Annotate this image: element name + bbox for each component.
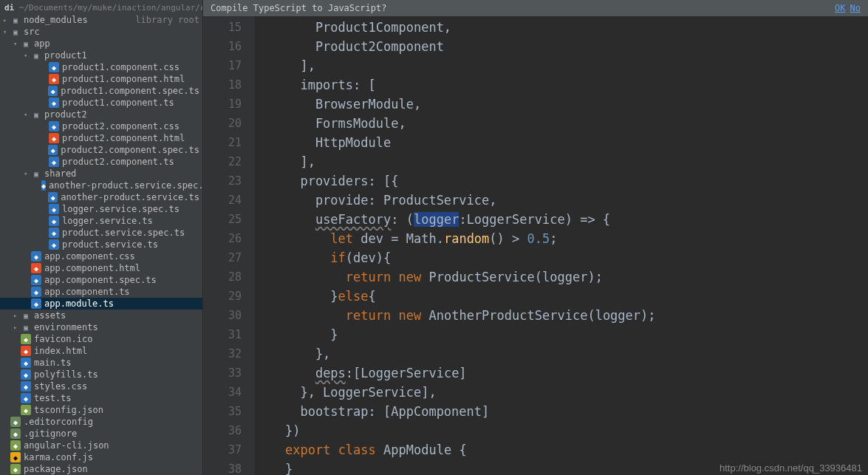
file-product1.component.ts[interactable]: ◆product1.component.ts bbox=[0, 97, 202, 109]
folder-product2[interactable]: ▾ ▣ product2 bbox=[0, 109, 202, 120]
code-line[interactable]: }) bbox=[255, 421, 868, 440]
folder-label: product2 bbox=[44, 109, 199, 120]
file-product1.component.css[interactable]: ◆product1.component.css bbox=[0, 61, 202, 73]
file-icon: ◆ bbox=[49, 133, 59, 143]
chevron-down-icon: ▾ bbox=[24, 111, 31, 118]
file-test.ts[interactable]: ◆test.ts bbox=[0, 392, 202, 404]
file-app.component.css[interactable]: ◆app.component.css bbox=[0, 250, 202, 262]
file-product1.component.spec.ts[interactable]: ◆product1.component.spec.ts bbox=[0, 85, 202, 97]
code-line[interactable]: Product1Component, bbox=[255, 18, 868, 37]
file-karma.conf.js[interactable]: ◆karma.conf.js bbox=[0, 451, 202, 463]
line-number: 19 bbox=[203, 95, 242, 114]
file-another-product.service.spec.ts[interactable]: ◆another-product.service.spec.ts bbox=[0, 180, 202, 191]
code-line[interactable]: BrowserModule, bbox=[255, 95, 868, 114]
code-line[interactable]: deps:[LoggerService] bbox=[255, 363, 868, 383]
file-angular-cli.json[interactable]: ◆angular-cli.json bbox=[0, 440, 202, 451]
folder-shared[interactable]: ▾ ▣ shared bbox=[0, 168, 202, 180]
code-line[interactable]: useFactory: (logger:LoggerService) => { bbox=[255, 210, 868, 229]
file-label: another-product.service.spec.ts bbox=[49, 180, 203, 191]
folder-icon: ▣ bbox=[10, 15, 21, 25]
file-label: product2.component.spec.ts bbox=[61, 145, 199, 155]
file-label: angular-cli.json bbox=[24, 440, 199, 451]
file-app.module.ts[interactable]: ◆app.module.ts bbox=[0, 298, 202, 310]
file-icon: ◆ bbox=[49, 98, 59, 108]
file-index.html[interactable]: ◆index.html bbox=[0, 345, 202, 357]
line-number: 35 bbox=[203, 402, 242, 421]
folder-product1[interactable]: ▾ ▣ product1 bbox=[0, 49, 202, 61]
file-main.ts[interactable]: ◆main.ts bbox=[0, 357, 202, 369]
file-polyfills.ts[interactable]: ◆polyfills.ts bbox=[0, 369, 202, 380]
code-line[interactable]: let dev = Math.random() > 0.5; bbox=[255, 229, 868, 248]
chevron-right-icon: ▸ bbox=[13, 312, 21, 319]
watermark: http://blog.csdn.net/qq_33936481 bbox=[720, 462, 862, 474]
notice-ok-link[interactable]: OK bbox=[835, 3, 845, 13]
code-line[interactable]: FormsModule, bbox=[255, 114, 868, 133]
line-number: 28 bbox=[203, 267, 242, 287]
notice-bar: Compile TypeScript to JavaScript? OK No bbox=[203, 0, 868, 16]
file-app.component.ts[interactable]: ◆app.component.ts bbox=[0, 286, 202, 298]
code-line[interactable]: provide: ProductService, bbox=[255, 191, 868, 210]
folder-icon: ▣ bbox=[31, 109, 41, 120]
code-line[interactable]: return new ProductService(logger); bbox=[255, 267, 868, 287]
folder-icon: ▣ bbox=[21, 310, 31, 321]
code-line[interactable]: providers: [{ bbox=[255, 171, 868, 191]
code-line[interactable]: }, LoggerService], bbox=[255, 383, 868, 402]
file-tsconfig.json[interactable]: ◆tsconfig.json bbox=[0, 404, 202, 416]
file-.editorconfig[interactable]: ◆.editorconfig bbox=[0, 416, 202, 428]
line-number: 20 bbox=[203, 114, 242, 133]
line-number: 37 bbox=[203, 440, 242, 459]
code-line[interactable]: }, bbox=[255, 344, 868, 363]
code-line[interactable]: Product2Component bbox=[255, 37, 868, 56]
file-label: polyfills.ts bbox=[34, 369, 199, 380]
line-number: 26 bbox=[203, 229, 242, 248]
folder-app[interactable]: ▾ ▣ app bbox=[0, 38, 202, 49]
file-package.json[interactable]: ◆package.json bbox=[0, 463, 202, 475]
file-app.component.spec.ts[interactable]: ◆app.component.spec.ts bbox=[0, 274, 202, 286]
file-icon: ◆ bbox=[10, 417, 21, 427]
code-editor[interactable]: Product1Component, Product2Component ], … bbox=[255, 16, 868, 475]
file-product1.component.html[interactable]: ◆product1.component.html bbox=[0, 73, 202, 85]
file-product2.component.ts[interactable]: ◆product2.component.ts bbox=[0, 156, 202, 168]
chevron-down-icon: ▾ bbox=[3, 28, 10, 35]
file-app.component.html[interactable]: ◆app.component.html bbox=[0, 262, 202, 274]
folder-environments[interactable]: ▸ ▣ environments bbox=[0, 321, 202, 333]
code-line[interactable]: return new AnotherProductService(logger)… bbox=[255, 306, 868, 325]
code-line[interactable]: ], bbox=[255, 56, 868, 75]
file-icon: ◆ bbox=[31, 251, 41, 262]
code-line[interactable]: bootstrap: [AppComponent] bbox=[255, 402, 868, 421]
file-icon: ◆ bbox=[49, 228, 59, 238]
folder-label: environments bbox=[34, 322, 199, 332]
code-line[interactable]: imports: [ bbox=[255, 75, 868, 95]
folder-label: product1 bbox=[44, 50, 199, 61]
file-product2.component.css[interactable]: ◆product2.component.css bbox=[0, 120, 202, 132]
folder-assets[interactable]: ▸ ▣ assets bbox=[0, 310, 202, 321]
code-line[interactable]: export class AppModule { bbox=[255, 440, 868, 459]
code-line[interactable]: }else{ bbox=[255, 287, 868, 306]
file-favicon.ico[interactable]: ◆favicon.ico bbox=[0, 333, 202, 345]
file-product2.component.html[interactable]: ◆product2.component.html bbox=[0, 132, 202, 144]
line-number: 33 bbox=[203, 363, 242, 383]
file-another-product.service.ts[interactable]: ◆another-product.service.ts bbox=[0, 191, 202, 203]
file-product2.component.spec.ts[interactable]: ◆product2.component.spec.ts bbox=[0, 144, 202, 156]
line-number: 27 bbox=[203, 248, 242, 267]
code-line[interactable]: ], bbox=[255, 152, 868, 171]
file-styles.css[interactable]: ◆styles.css bbox=[0, 380, 202, 392]
file-label: app.component.spec.ts bbox=[44, 275, 199, 285]
file-icon: ◆ bbox=[10, 452, 21, 462]
folder-node-modules[interactable]: ▸ ▣ node_modules library root bbox=[0, 14, 202, 26]
folder-label: assets bbox=[34, 310, 199, 321]
file-product.service.ts[interactable]: ◆product.service.ts bbox=[0, 239, 202, 250]
notice-no-link[interactable]: No bbox=[850, 3, 861, 13]
folder-src[interactable]: ▾ ▣ src bbox=[0, 26, 202, 38]
project-sidebar[interactable]: di ~/Documents/my/muke/inaction/angular/… bbox=[0, 0, 203, 475]
file-logger.service.spec.ts[interactable]: ◆logger.service.spec.ts bbox=[0, 203, 202, 215]
file-product.service.spec.ts[interactable]: ◆product.service.spec.ts bbox=[0, 227, 202, 239]
file-logger.service.ts[interactable]: ◆logger.service.ts bbox=[0, 215, 202, 227]
file-icon: ◆ bbox=[21, 369, 31, 380]
file-.gitignore[interactable]: ◆.gitignore bbox=[0, 428, 202, 440]
line-number-gutter[interactable]: 1516171819202122232425262728293031323334… bbox=[203, 16, 255, 475]
code-line[interactable]: } bbox=[255, 325, 868, 344]
code-line[interactable]: if(dev){ bbox=[255, 248, 868, 267]
code-line[interactable]: HttpModule bbox=[255, 133, 868, 152]
chevron-down-icon: ▾ bbox=[13, 40, 21, 47]
